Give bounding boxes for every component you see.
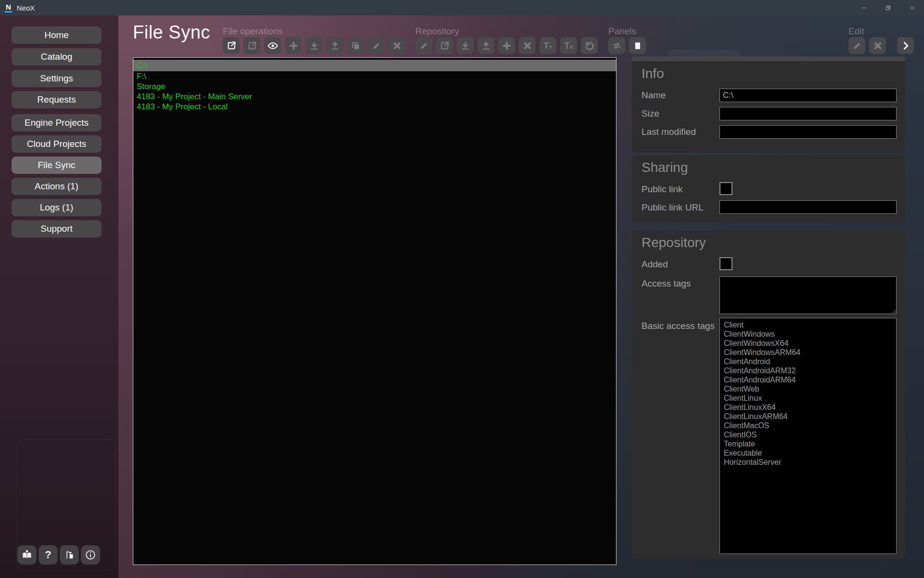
repo-download-button[interactable] xyxy=(457,37,474,54)
tree-row[interactable]: Storage xyxy=(133,81,616,92)
repo-remove-tag-button[interactable]: Tx xyxy=(560,37,577,54)
sidebar-item-file-sync[interactable]: File Sync xyxy=(12,157,102,174)
sidebar-item-engine-projects[interactable]: Engine Projects xyxy=(12,114,102,131)
sidebar-item-home[interactable]: Home xyxy=(12,26,102,44)
tag-item[interactable]: ClientAndroidARM32 xyxy=(724,366,892,375)
repo-add-tag-button[interactable]: T+ xyxy=(539,37,556,54)
delete-button[interactable] xyxy=(388,37,405,54)
question-mark-icon: ? xyxy=(45,549,51,561)
window-title: NeoX xyxy=(17,4,35,12)
size-field[interactable] xyxy=(719,107,897,120)
repo-add-button[interactable] xyxy=(498,37,515,54)
open-external-more-button[interactable] xyxy=(244,37,260,54)
single-panel-button[interactable] xyxy=(629,37,646,54)
undo-icon xyxy=(584,40,595,51)
download-icon xyxy=(309,40,320,51)
restore-button[interactable] xyxy=(876,0,900,15)
open-external-icon xyxy=(439,40,450,51)
sidebar-item-logs[interactable]: Logs (1) xyxy=(12,199,102,216)
expand-panel-button[interactable] xyxy=(897,37,914,54)
file-tree[interactable]: C:\ F:\ Storage 4183 - My Project - Main… xyxy=(133,57,616,565)
repo-upload-button[interactable] xyxy=(477,37,494,54)
sidebar-item-support[interactable]: Support xyxy=(12,220,102,237)
tag-item[interactable]: ClientMacOS xyxy=(724,421,892,430)
tag-item[interactable]: Template xyxy=(724,439,892,448)
repo-open-button[interactable] xyxy=(436,37,453,54)
upload-button[interactable] xyxy=(326,37,343,54)
text-remove-icon: Tx xyxy=(564,41,573,50)
tag-item[interactable]: ClientWindowsX64 xyxy=(724,339,892,348)
toolbar-group-file-operations: File operations xyxy=(223,26,405,54)
tag-item[interactable]: ClientWeb xyxy=(724,384,892,394)
basic-access-tags-list[interactable]: Client ClientWindows ClientWindowsX64 Cl… xyxy=(719,318,897,554)
added-checkbox[interactable] xyxy=(719,257,732,270)
close-button[interactable] xyxy=(900,0,924,15)
sidebar-item-cloud-projects[interactable]: Cloud Projects xyxy=(12,135,102,153)
tag-item[interactable]: HorizontalServer xyxy=(724,458,892,467)
tree-row[interactable]: 4183 - My Project - Main Server xyxy=(133,92,616,102)
repo-undo-button[interactable] xyxy=(581,37,598,54)
repo-remove-button[interactable] xyxy=(519,37,536,54)
app-window: N NeoX Home Catalog Settings Requests En… xyxy=(0,0,924,578)
tag-item[interactable]: Client xyxy=(724,320,892,329)
delete-x-icon xyxy=(522,40,533,51)
tag-item[interactable]: ClientLinuxX64 xyxy=(724,403,892,412)
preview-button[interactable] xyxy=(264,37,281,54)
open-external-more-icon xyxy=(247,40,257,51)
reader-button[interactable] xyxy=(17,545,37,565)
copy-button[interactable] xyxy=(347,37,364,54)
toolbar-group-edit: Edit xyxy=(848,26,914,54)
download-button[interactable] xyxy=(306,37,322,54)
rename-button[interactable] xyxy=(368,37,385,54)
add-button[interactable] xyxy=(285,37,302,54)
open-external-button[interactable] xyxy=(223,37,240,54)
tree-row[interactable]: C:\ xyxy=(133,60,616,71)
sidebar-item-catalog[interactable]: Catalog xyxy=(12,48,102,66)
tree-row[interactable]: 4183 - My Project - Local xyxy=(133,102,616,112)
sharing-section: Sharing Public link Public link URL xyxy=(632,155,905,223)
tag-item[interactable]: ClientWindowsARM64 xyxy=(724,348,892,357)
build-crane-icon xyxy=(64,549,75,561)
sidebar-item-requests[interactable]: Requests xyxy=(12,91,102,108)
tag-item[interactable]: ClientAndroidARM64 xyxy=(724,375,892,384)
public-link-checkbox[interactable] xyxy=(719,182,732,195)
open-external-icon xyxy=(226,40,237,51)
tag-item[interactable]: ClientLinux xyxy=(724,394,892,403)
minimize-button[interactable] xyxy=(852,0,876,15)
public-link-label: Public link xyxy=(642,184,683,195)
app-logo: N xyxy=(6,3,11,13)
pencil-icon xyxy=(371,40,382,51)
name-field[interactable] xyxy=(719,89,897,102)
tag-item[interactable]: ClientIOS xyxy=(724,430,892,439)
page-title: File Sync xyxy=(133,22,210,43)
last-modified-label: Last modified xyxy=(642,127,696,137)
tag-item[interactable]: ClientAndroid xyxy=(724,357,892,366)
public-link-url-field[interactable] xyxy=(719,200,897,214)
build-button[interactable] xyxy=(60,545,79,565)
repo-edit-button[interactable] xyxy=(415,37,432,54)
edit-pencil-button[interactable] xyxy=(848,37,865,54)
info-icon xyxy=(85,549,96,561)
edit-delete-button[interactable] xyxy=(869,37,886,54)
upload-icon xyxy=(330,40,340,51)
tag-item[interactable]: ClientLinuxARM64 xyxy=(724,412,892,421)
sidebar-item-settings[interactable]: Settings xyxy=(12,70,102,87)
toolbar-group-label: Panels xyxy=(608,26,646,35)
section-heading: Info xyxy=(642,66,664,81)
delete-x-icon xyxy=(392,40,402,51)
toolbar-group-repository: Repository T+ Tx xyxy=(415,26,598,54)
added-label: Added xyxy=(642,259,668,270)
restore-icon xyxy=(885,5,891,11)
section-heading: Sharing xyxy=(642,160,688,175)
titlebar: N NeoX xyxy=(0,0,924,15)
tag-item[interactable]: ClientWindows xyxy=(724,329,892,339)
pencil-icon xyxy=(852,40,862,51)
help-button[interactable]: ? xyxy=(38,545,58,565)
sidebar-item-actions[interactable]: Actions (1) xyxy=(12,178,102,195)
swap-panels-button[interactable] xyxy=(608,37,625,54)
tree-row[interactable]: F:\ xyxy=(133,71,616,81)
last-modified-field[interactable] xyxy=(719,125,897,139)
tag-item[interactable]: Executable xyxy=(724,448,892,458)
access-tags-field[interactable] xyxy=(719,276,897,314)
about-button[interactable] xyxy=(81,545,100,565)
